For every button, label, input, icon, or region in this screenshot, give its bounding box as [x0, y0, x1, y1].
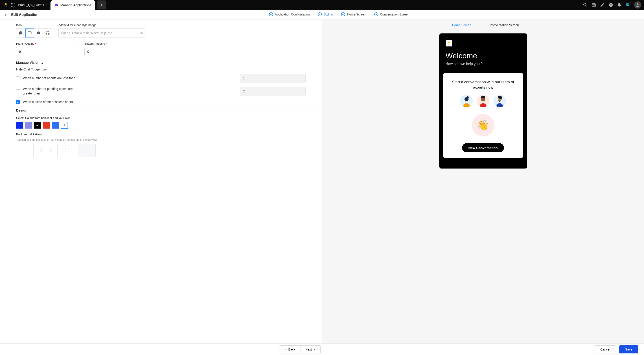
- svg-text:?: ?: [610, 3, 612, 6]
- pattern-options: [16, 144, 322, 157]
- form-panel: Icon Add text for a bar style badge 25 R…: [0, 20, 322, 343]
- preview-avatars: [448, 95, 519, 107]
- step-conversation-screen[interactable]: Conversation Screen: [374, 12, 410, 19]
- pattern-sub: You can see the changes on conversation …: [16, 138, 322, 141]
- color-swatch-3[interactable]: [34, 122, 41, 128]
- color-swatch-1[interactable]: [16, 122, 23, 128]
- icon-options: [16, 28, 52, 38]
- icon-option-message[interactable]: [25, 28, 34, 38]
- step-styling[interactable]: Styling: [318, 12, 333, 19]
- svg-point-17: [20, 32, 20, 33]
- checkbox-hours-label: When outside of the business hours: [23, 100, 73, 104]
- live-chat-icon[interactable]: [626, 3, 630, 7]
- workspace-name: Prod0_QA_Client1: [18, 3, 44, 7]
- app-logo: [3, 2, 9, 8]
- right-padding-label: Right Padding•: [16, 42, 78, 45]
- search-icon[interactable]: [583, 3, 588, 7]
- badge-input[interactable]: [58, 28, 146, 38]
- badge-label: Add text for a bar style badge: [58, 23, 146, 27]
- preview-card-title: Start a conversation with our team of ex…: [448, 80, 519, 90]
- edit-icon[interactable]: [600, 3, 604, 7]
- bottom-padding-input[interactable]: [84, 47, 146, 56]
- avatar-2: [477, 95, 490, 107]
- plus-icon: [100, 3, 104, 7]
- pending-threshold-input[interactable]: [240, 87, 306, 96]
- svg-point-3: [11, 4, 12, 5]
- preview-tabs: Home Screen Conversation Screen: [440, 22, 526, 30]
- svg-point-7: [12, 6, 13, 6]
- add-color-button[interactable]: +: [61, 122, 68, 128]
- help-icon[interactable]: ?: [608, 3, 613, 7]
- check-circle-icon: [374, 12, 378, 16]
- svg-point-5: [14, 4, 14, 5]
- chat-icon: [54, 3, 58, 7]
- user-icon: [635, 2, 640, 8]
- pattern-option-solid[interactable]: [78, 144, 96, 157]
- svg-point-19: [21, 32, 22, 33]
- svg-point-23: [38, 32, 39, 33]
- icon-option-headset[interactable]: [43, 28, 52, 38]
- svg-point-8: [14, 6, 14, 6]
- right-padding-input[interactable]: [16, 47, 78, 56]
- preview-logo: [446, 40, 452, 46]
- step-label: Styling: [324, 12, 333, 16]
- sub-header: Edit Application Application Configurati…: [0, 10, 644, 20]
- pattern-option-sparse[interactable]: [58, 144, 75, 157]
- page-title: Edit Application: [11, 13, 38, 17]
- user-avatar[interactable]: [634, 1, 641, 8]
- calendar-icon[interactable]: 25: [592, 3, 596, 7]
- svg-point-1: [12, 3, 13, 4]
- checkbox-pending[interactable]: [16, 89, 20, 93]
- agents-threshold-input[interactable]: [240, 74, 306, 83]
- check-circle-icon: [318, 12, 322, 16]
- color-instruction: Select Colour from below or add your own…: [16, 116, 322, 120]
- back-section: Edit Application: [4, 12, 38, 17]
- bell-icon[interactable]: [617, 3, 622, 7]
- svg-point-15: [628, 4, 629, 5]
- preview-subtext: How can we help you ?: [446, 62, 520, 66]
- apps-grid-icon[interactable]: [11, 3, 15, 7]
- add-tab-button[interactable]: [97, 0, 106, 10]
- svg-point-0: [11, 3, 12, 4]
- active-tab[interactable]: Manage Applications: [50, 0, 95, 10]
- svg-point-13: [627, 4, 628, 5]
- color-swatch-5[interactable]: [52, 122, 59, 128]
- new-conversation-button[interactable]: New Conversation: [462, 143, 504, 152]
- color-swatch-2[interactable]: [25, 122, 32, 128]
- color-swatches: +: [16, 122, 322, 128]
- preview-tab-conversation[interactable]: Conversation Screen: [483, 22, 526, 29]
- step-tabs: Application Configuration Styling Home S…: [269, 10, 410, 19]
- icon-option-chat-dots[interactable]: [34, 28, 43, 38]
- topbar-right: 25 ?: [583, 1, 641, 8]
- step-app-config[interactable]: Application Configuration: [269, 12, 310, 19]
- icon-label: Icon: [16, 23, 52, 27]
- svg-rect-26: [48, 33, 49, 34]
- preview-tab-home[interactable]: Home Screen: [440, 22, 483, 29]
- icon-option-chat-bubble[interactable]: [16, 28, 25, 38]
- pattern-option-dots[interactable]: [37, 144, 54, 157]
- preview-card: Start a conversation with our team of ex…: [443, 73, 523, 158]
- check-circle-icon: [269, 12, 273, 16]
- svg-point-28: [466, 96, 469, 98]
- color-swatch-4[interactable]: [43, 122, 50, 128]
- avatar-3: [494, 95, 506, 107]
- svg-point-14: [628, 4, 628, 5]
- step-label: Application Configuration: [275, 12, 310, 16]
- back-arrow-icon[interactable]: [4, 12, 8, 17]
- step-label: Home Screen: [347, 12, 366, 16]
- step-home-screen[interactable]: Home Screen: [341, 12, 366, 19]
- hide-trigger-label: Hide Chat Trigger Icon: [16, 68, 322, 71]
- pattern-title: Background Pattern: [16, 132, 322, 136]
- checkbox-hours[interactable]: [16, 100, 20, 104]
- tab-label: Manage Applications: [60, 3, 91, 7]
- chevron-down-icon: [45, 3, 48, 6]
- checkbox-agents[interactable]: [16, 76, 20, 80]
- pattern-option-none[interactable]: [16, 144, 34, 157]
- workspace-dropdown[interactable]: Prod0_QA_Client1: [18, 3, 48, 7]
- widget-preview: Welcome How can we help you ? Start a co…: [439, 34, 527, 168]
- svg-rect-25: [46, 33, 47, 34]
- char-count: 25: [140, 31, 143, 34]
- checkbox-agents-label: When number of agents are less than: [23, 76, 75, 80]
- svg-point-16: [637, 3, 638, 5]
- preview-panel: Home Screen Conversation Screen Welcome …: [322, 20, 644, 343]
